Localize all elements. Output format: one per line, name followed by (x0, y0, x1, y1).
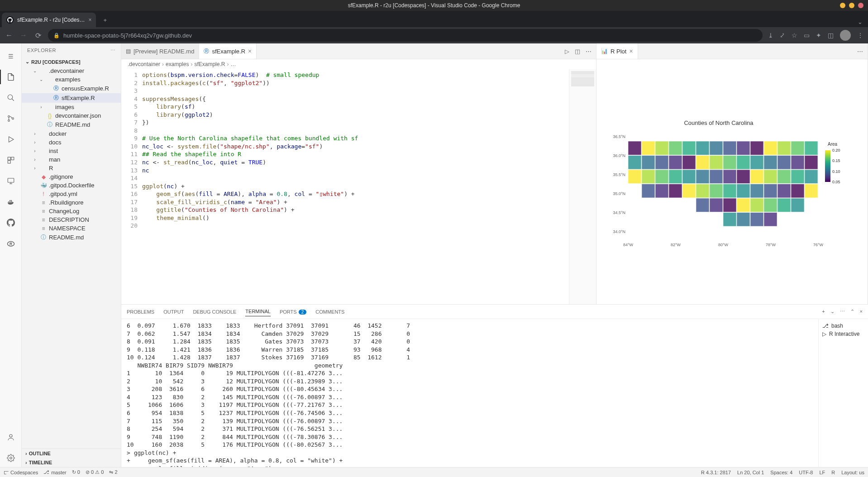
r-activity-icon[interactable]: R (0, 234, 22, 253)
panel-tab-debug[interactable]: DEBUG CONSOLE (193, 307, 236, 316)
share-icon[interactable]: ⤦ (780, 32, 785, 39)
github-activity-icon[interactable] (0, 214, 22, 232)
workspace-root[interactable]: ⌄ R2U [CODESPACES] (22, 57, 121, 67)
tab-overflow-icon[interactable]: ⌄ (858, 19, 863, 27)
close-window-button[interactable] (858, 3, 863, 8)
remote-explorer-icon[interactable] (0, 172, 22, 190)
tree-folder[interactable]: ›man (22, 155, 121, 164)
chevron-down-icon: ⌄ (25, 59, 29, 65)
tree-file[interactable]: ≡ChangeLog (22, 207, 121, 215)
panel-tab-terminal[interactable]: TERMINAL (245, 307, 271, 316)
tree-folder[interactable]: ›images (22, 103, 121, 111)
minimap[interactable] (569, 69, 596, 304)
status-encoding[interactable]: UTF-8 (799, 470, 813, 475)
tree-folder[interactable]: ›docker (22, 129, 121, 138)
media-icon[interactable]: ▭ (804, 32, 810, 39)
settings-icon[interactable] (0, 449, 22, 467)
status-sync[interactable]: ↻ 0 (72, 469, 80, 475)
tree-file[interactable]: !.gitpod.yml (22, 190, 121, 198)
tree-folder[interactable]: ⌄.devcontainer (22, 67, 121, 75)
tree-file[interactable]: ⓘREADME.md (22, 233, 121, 242)
docker-activity-icon[interactable] (0, 193, 22, 211)
status-layout[interactable]: Layout: us (841, 470, 864, 475)
kebab-menu-icon[interactable]: ⋮ (857, 32, 863, 39)
extensions-icon[interactable]: ✦ (816, 32, 821, 39)
status-eol[interactable]: LF (819, 470, 825, 475)
r-plot-viewer[interactable]: Counties of North Carolina34.0°N34.5°N35… (596, 59, 868, 304)
tree-item-label: devcontainer.json (55, 112, 101, 119)
menu-icon[interactable]: ☰ (0, 47, 22, 65)
tab-rplot[interactable]: 📊 R Plot × (596, 43, 638, 59)
status-indent[interactable]: Spaces: 4 (770, 470, 792, 475)
status-branch[interactable]: ⎇ master (43, 469, 67, 475)
panel-maximize-icon[interactable]: ⌃ (850, 309, 854, 315)
outline-section[interactable]: › OUTLINE (22, 449, 121, 458)
tree-file[interactable]: ≡DESCRIPTION (22, 215, 121, 224)
browser-tab[interactable]: sfExample.R - r2u [Codes… × (2, 13, 96, 27)
terminal-bash[interactable]: ⎇bash (822, 322, 864, 330)
sidebar-more-icon[interactable]: ⋯ (110, 48, 116, 53)
back-button[interactable]: ← (5, 31, 14, 39)
tree-file[interactable]: 🐳.gitpod.Dockerfile (22, 181, 121, 190)
svg-rect-57 (642, 170, 655, 184)
svg-rect-51 (750, 155, 763, 169)
r-file-icon: Ⓡ (52, 85, 60, 92)
terminal-output[interactable]: 6 0.097 1.670 1833 1833 Hertford 37091 3… (121, 319, 818, 467)
status-r-version[interactable]: R 4.3.1: 2817 (701, 470, 731, 475)
explorer-icon[interactable] (0, 68, 22, 86)
tree-file[interactable]: ⓘREADME.md (22, 120, 121, 129)
new-terminal-icon[interactable]: + (822, 309, 825, 315)
tab-sfexample[interactable]: Ⓡ sfExample.R × (199, 43, 257, 59)
more-actions-icon[interactable]: ⋯ (586, 48, 591, 55)
tree-file[interactable]: ≡.Rbuildignore (22, 198, 121, 207)
tree-file[interactable]: ≡NAMESPACE (22, 224, 121, 233)
status-codespaces[interactable]: ⫍ Codespaces (4, 470, 38, 475)
breadcrumb-bar[interactable]: .devcontainer› examples› sfExample.R› … (121, 59, 596, 69)
panel-tab-output[interactable]: OUTPUT (163, 307, 184, 316)
svg-rect-62 (710, 170, 723, 184)
status-cursor-pos[interactable]: Ln 20, Col 1 (737, 470, 764, 475)
minimize-button[interactable] (840, 3, 845, 8)
close-tab-icon[interactable]: × (248, 48, 252, 55)
panel-tab-problems[interactable]: PROBLEMS (127, 307, 154, 316)
panel-close-icon[interactable]: × (860, 309, 863, 315)
install-icon[interactable]: ⤓ (768, 32, 773, 39)
address-bar[interactable]: 🔒 humble-space-potato-5j7r664xq2v7gw.git… (48, 29, 763, 42)
reload-button[interactable]: ⟳ (33, 31, 43, 40)
code-editor[interactable]: 1234567891011121314151617181920 options(… (121, 69, 596, 304)
close-tab-icon[interactable]: × (629, 48, 633, 55)
forward-button[interactable]: → (19, 31, 28, 39)
status-ports[interactable]: ⇋ 2 (109, 469, 117, 475)
maximize-button[interactable] (849, 3, 854, 8)
terminal-dropdown-icon[interactable]: ⌄ (830, 309, 835, 315)
tree-folder[interactable]: ›R (22, 164, 121, 172)
bookmark-icon[interactable]: ☆ (792, 32, 797, 39)
more-actions-icon[interactable]: ⋯ (857, 48, 863, 55)
close-tab-icon[interactable]: × (88, 17, 91, 23)
run-icon[interactable]: ▷ (565, 48, 569, 55)
tree-file[interactable]: ◆.gitignore (22, 172, 121, 181)
accounts-icon[interactable] (0, 428, 22, 446)
panel-more-icon[interactable]: ⋯ (840, 309, 845, 315)
status-errors[interactable]: ⊘ 0 ⚠ 0 (86, 469, 104, 475)
sidepanel-icon[interactable]: ◫ (828, 32, 834, 39)
timeline-section[interactable]: › TIMELINE (22, 458, 121, 467)
status-language[interactable]: R (831, 470, 835, 475)
profile-avatar[interactable] (840, 30, 851, 41)
tree-file[interactable]: {}devcontainer.json (22, 111, 121, 120)
tree-file[interactable]: ⓇcensusExample.R (22, 84, 121, 93)
panel-tab-comments[interactable]: COMMENTS (315, 307, 344, 316)
new-tab-button[interactable]: + (99, 14, 111, 26)
source-control-icon[interactable] (0, 110, 22, 128)
tab-preview-readme[interactable]: ▤ [Preview] README.md (121, 43, 199, 59)
tree-folder[interactable]: ›docs (22, 138, 121, 147)
extensions-activity-icon[interactable] (0, 151, 22, 169)
tree-folder[interactable]: ⌄examples (22, 75, 121, 84)
tree-folder[interactable]: ›inst (22, 147, 121, 155)
terminal-r-interactive[interactable]: ▷R Interactive (822, 330, 864, 338)
panel-tab-ports[interactable]: PORTS2 (280, 307, 306, 316)
search-icon[interactable] (0, 89, 22, 107)
run-debug-icon[interactable] (0, 130, 22, 148)
tree-file[interactable]: ⓇsfExample.R (22, 93, 121, 103)
split-editor-icon[interactable]: ◫ (575, 48, 580, 55)
